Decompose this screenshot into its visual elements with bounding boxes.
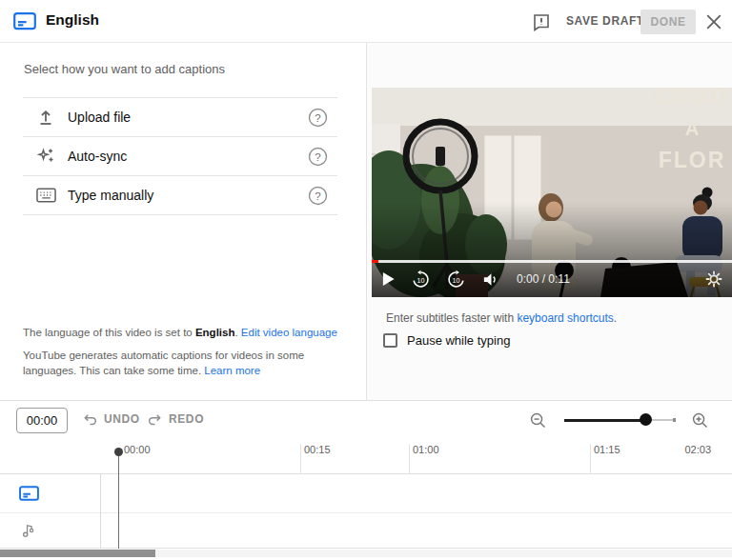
video-player[interactable]: COMO A FLOR [372, 88, 732, 297]
learn-more-link[interactable]: Learn more [204, 365, 260, 376]
undo-button[interactable]: UNDO [82, 411, 140, 427]
svg-text:?: ? [315, 111, 320, 123]
pause-while-typing-checkbox[interactable] [383, 333, 397, 348]
ruler-label: 01:00 [413, 444, 439, 455]
pause-while-typing-label: Pause while typing [407, 333, 510, 348]
option-type-manually[interactable]: Type manually ? [23, 175, 337, 214]
zoom-slider[interactable] [564, 412, 675, 428]
forward-10-icon[interactable]: 10 [446, 270, 466, 290]
auto-sync-icon [36, 147, 59, 166]
edit-video-language-link[interactable]: Edit video language [241, 327, 337, 338]
help-icon[interactable]: ? [308, 186, 328, 206]
option-auto-sync[interactable]: Auto-sync ? [23, 136, 337, 175]
captions-editor-window: English SAVE DRAFT DONE Select how you w… [0, 0, 732, 560]
video-preview-panel: COMO A FLOR [367, 43, 732, 400]
option-label: Type manually [68, 188, 153, 203]
subtitles-track-lane[interactable] [0, 474, 732, 512]
ruler-tick [590, 444, 591, 474]
captions-badge-icon [13, 12, 36, 34]
page-title: English [46, 11, 99, 29]
rewind-10-icon[interactable]: 10 [411, 270, 431, 290]
video-progress-bar[interactable] [372, 260, 732, 263]
zoom-slider-thumb[interactable] [640, 413, 652, 426]
panel-notes: The language of this video is set to Eng… [23, 325, 358, 378]
horizontal-scrollbar[interactable] [0, 550, 732, 557]
tracks-bottom-border [0, 548, 732, 549]
pause-while-typing-row[interactable]: Pause while typing [383, 333, 510, 348]
audio-track-lane[interactable] [0, 512, 732, 548]
svg-text:?: ? [315, 150, 320, 162]
timeline-tracks [0, 474, 732, 548]
time-display: 0:00 / 0:11 [517, 272, 570, 286]
playhead-line [118, 455, 120, 549]
auto-captions-note: YouTube generates automatic captions for… [23, 348, 358, 378]
language-note: The language of this video is set to Eng… [23, 325, 358, 340]
ruler-tick [409, 444, 410, 474]
redo-button[interactable]: REDO [147, 411, 204, 427]
playhead-handle[interactable] [114, 448, 123, 456]
ruler-tick [300, 444, 301, 474]
ruler-label: 01:15 [594, 444, 620, 455]
caption-options-list: Upload file ? Auto-sync ? Type manually [23, 97, 337, 215]
redo-icon [147, 411, 163, 427]
play-button[interactable] [381, 270, 396, 288]
music-note-icon [21, 521, 35, 543]
header: English SAVE DRAFT DONE [0, 0, 732, 43]
shortcut-note: Enter subtitles faster with keyboard sho… [386, 311, 617, 325]
option-upload-file[interactable]: Upload file ? [23, 97, 337, 136]
close-icon[interactable] [705, 13, 722, 30]
svg-text:10: 10 [453, 276, 460, 284]
panel-heading: Select how you want to add captions [24, 62, 225, 76]
volume-icon[interactable] [481, 270, 499, 289]
progress-played [372, 260, 378, 263]
list-end-divider [23, 214, 337, 215]
scrollbar-thumb[interactable] [0, 550, 155, 557]
save-draft-button[interactable]: SAVE DRAFT [566, 14, 644, 28]
upload-icon [36, 108, 59, 127]
zoom-in-icon[interactable] [691, 411, 709, 432]
ruler-label: 00:15 [304, 444, 331, 455]
keyboard-shortcuts-link[interactable]: keyboard shortcuts [517, 311, 613, 325]
help-icon[interactable]: ? [308, 108, 328, 128]
zoom-slider-endcap [673, 418, 676, 422]
done-button[interactable]: DONE [640, 10, 696, 34]
timeline-section: UNDO REDO 00:00 00:15 01:00 01:15 02:03 [0, 400, 732, 560]
undo-icon [82, 411, 98, 427]
timecode-input[interactable] [16, 408, 68, 433]
video-controls: 10 10 0:00 / 0:11 [372, 264, 732, 294]
zoom-slider-fill [564, 419, 645, 422]
ruler-label: 00:00 [124, 444, 151, 455]
option-label: Auto-sync [68, 149, 127, 164]
caption-methods-panel: Select how you want to add captions Uplo… [0, 43, 366, 400]
svg-text:10: 10 [417, 276, 425, 284]
ruler-label: 02:03 [684, 444, 711, 455]
zoom-out-icon[interactable] [529, 411, 547, 432]
option-label: Upload file [68, 110, 131, 125]
svg-text:?: ? [315, 190, 320, 201]
track-column-divider [100, 474, 101, 548]
wall-text-line2: A [685, 118, 699, 139]
help-icon[interactable]: ? [308, 147, 328, 167]
keyboard-icon [36, 188, 59, 203]
settings-gear-icon[interactable] [705, 270, 722, 288]
feedback-button[interactable] [532, 12, 551, 31]
wall-text-line3: FLOR [659, 148, 726, 172]
subtitles-track-icon [19, 486, 39, 505]
wall-text-line1: COMO [654, 88, 730, 110]
timeline-ruler[interactable]: 00:00 00:15 01:00 01:15 02:03 [0, 439, 732, 474]
